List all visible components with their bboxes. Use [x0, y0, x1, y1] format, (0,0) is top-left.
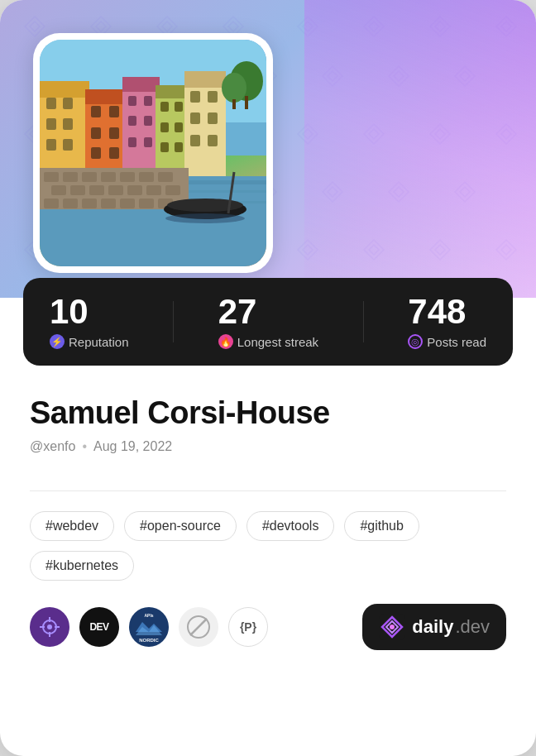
tags-section: #webdev #open-source #devtools #github #… [0, 511, 536, 581]
posts-icon: ◎ [408, 334, 423, 349]
svg-rect-56 [139, 172, 154, 182]
section-divider [30, 490, 506, 491]
daily-dev-icon [379, 614, 405, 640]
svg-rect-65 [44, 199, 59, 208]
stats-bar: 10 ⚡ Reputation 27 🔥 Longest streak 748 … [23, 278, 513, 366]
svg-rect-11 [85, 89, 127, 104]
svg-rect-8 [46, 139, 56, 151]
svg-rect-5 [63, 98, 73, 109]
svg-rect-60 [89, 185, 104, 195]
profile-name: Samuel Corsi-House [30, 395, 506, 431]
profile-meta: @xenfo • Aug 19, 2022 [30, 439, 506, 454]
reputation-label: ⚡ Reputation [50, 334, 129, 349]
reputation-stat: 10 ⚡ Reputation [50, 294, 129, 349]
profile-image [40, 40, 266, 266]
username: @xenfo [30, 439, 75, 454]
svg-rect-9 [63, 139, 73, 151]
svg-rect-40 [190, 135, 200, 146]
svg-rect-33 [175, 142, 183, 152]
badge-slash[interactable] [179, 607, 218, 647]
svg-point-73 [167, 199, 243, 212]
svg-rect-19 [122, 77, 160, 92]
badge-crosshair[interactable] [30, 607, 69, 647]
profile-image-wrapper [33, 33, 273, 273]
tag-kubernetes[interactable]: #kubernetes [30, 551, 134, 581]
svg-rect-13 [109, 106, 119, 117]
svg-rect-28 [160, 102, 169, 112]
svg-rect-43 [245, 96, 248, 109]
svg-rect-32 [160, 142, 169, 152]
posts-value: 748 [408, 294, 466, 329]
badges-section: DEV NORDIC APIs [30, 607, 268, 647]
svg-point-44 [222, 73, 246, 103]
svg-rect-15 [109, 127, 119, 139]
svg-rect-24 [128, 137, 136, 147]
svg-rect-57 [158, 172, 173, 182]
svg-rect-63 [146, 185, 161, 195]
daily-dev-logo: daily .dev [362, 604, 506, 650]
reputation-value: 10 [50, 294, 89, 329]
daily-text: daily [412, 616, 453, 638]
svg-rect-6 [46, 118, 56, 130]
svg-rect-29 [175, 102, 183, 112]
svg-point-75 [165, 213, 245, 223]
svg-rect-58 [51, 185, 66, 195]
svg-text:APIs: APIs [144, 613, 153, 618]
svg-rect-59 [70, 185, 85, 195]
svg-rect-41 [208, 135, 218, 146]
svg-rect-64 [165, 185, 180, 195]
reputation-icon: ⚡ [50, 334, 65, 349]
svg-rect-25 [144, 137, 152, 147]
svg-rect-21 [144, 96, 152, 106]
svg-rect-22 [128, 116, 136, 126]
svg-rect-37 [208, 91, 218, 103]
svg-rect-39 [208, 112, 218, 124]
svg-rect-53 [82, 172, 97, 182]
streak-icon: 🔥 [218, 334, 233, 349]
svg-rect-68 [101, 199, 116, 208]
tag-devtools[interactable]: #devtools [246, 511, 335, 541]
svg-rect-30 [160, 122, 169, 132]
svg-rect-51 [44, 172, 59, 182]
tag-github[interactable]: #github [344, 511, 419, 541]
svg-rect-35 [184, 71, 226, 88]
bottom-section: DEV NORDIC APIs [0, 604, 536, 680]
svg-rect-66 [63, 199, 78, 208]
svg-rect-55 [120, 172, 135, 182]
badge-braces[interactable]: {P} [228, 607, 268, 647]
svg-rect-3 [40, 81, 89, 98]
dev-text: .dev [455, 616, 490, 638]
svg-text:NORDIC: NORDIC [139, 638, 159, 643]
svg-rect-23 [144, 116, 152, 126]
svg-rect-45 [232, 99, 236, 109]
svg-rect-67 [82, 199, 97, 208]
svg-rect-54 [101, 172, 116, 182]
svg-rect-14 [91, 127, 101, 139]
stat-divider-2 [363, 301, 364, 342]
svg-rect-52 [63, 172, 78, 182]
tag-webdev[interactable]: #webdev [30, 511, 114, 541]
svg-rect-27 [156, 85, 189, 98]
svg-rect-4 [46, 98, 56, 109]
badge-nordic[interactable]: NORDIC APIs [129, 607, 169, 647]
svg-rect-31 [175, 122, 183, 132]
svg-rect-38 [190, 112, 200, 124]
svg-rect-7 [63, 118, 73, 130]
svg-point-88 [390, 624, 395, 629]
svg-rect-17 [109, 147, 119, 159]
svg-rect-62 [127, 185, 142, 195]
svg-rect-70 [139, 199, 154, 208]
join-date: Aug 19, 2022 [93, 439, 172, 454]
meta-dot: • [82, 439, 87, 454]
svg-line-86 [190, 619, 207, 635]
badge-dev[interactable]: DEV [79, 607, 119, 647]
posts-label: ◎ Posts read [408, 334, 486, 349]
streak-stat: 27 🔥 Longest streak [218, 294, 318, 349]
tag-open-source[interactable]: #open-source [124, 511, 237, 541]
stat-divider-1 [173, 301, 174, 342]
profile-info: Samuel Corsi-House @xenfo • Aug 19, 2022 [0, 366, 536, 471]
svg-rect-12 [91, 106, 101, 117]
svg-rect-61 [108, 185, 123, 195]
svg-rect-69 [120, 199, 135, 208]
streak-label: 🔥 Longest streak [218, 334, 318, 349]
